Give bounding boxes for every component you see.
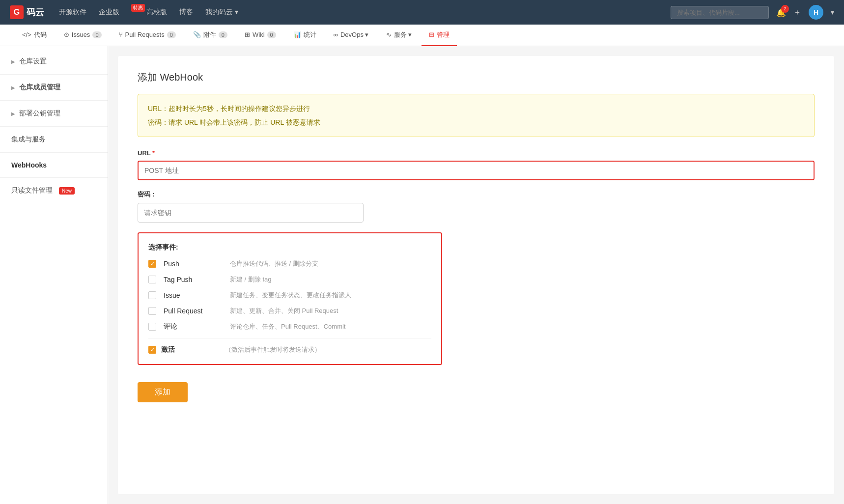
add-icon[interactable]: ＋ <box>793 7 801 18</box>
event-row-tagpush: Tag Push 新建 / 删除 tag <box>148 275 431 284</box>
sidebar-label-repo-settings: 仓库设置 <box>19 57 47 66</box>
arrow-icon-3: ▶ <box>11 111 15 116</box>
sub-nav: </> 代码 ⊙ Issues 0 ⑂ Pull Requests 0 📎 附件… <box>0 25 844 46</box>
push-checkbox[interactable] <box>148 260 156 268</box>
tab-issues[interactable]: ⊙ Issues 0 <box>56 25 109 46</box>
activate-row: 激活 （激活后事件触发时将发送请求） <box>148 338 431 354</box>
password-input[interactable] <box>138 203 364 223</box>
sidebar-item-webhooks[interactable]: WebHooks <box>0 155 108 175</box>
page-title: 添加 WebHook <box>138 71 815 84</box>
url-input[interactable] <box>138 161 815 180</box>
issue-event-desc: 新建任务、变更任务状态、更改任务指派人 <box>230 291 351 300</box>
tab-devops[interactable]: ∞ DevOps ▾ <box>326 25 376 46</box>
tab-wiki[interactable]: ⊞ Wiki 0 <box>237 25 283 46</box>
tab-issues-label: Issues <box>72 31 90 38</box>
url-label: URL * <box>138 149 815 157</box>
tagpush-event-name: Tag Push <box>164 276 223 283</box>
manage-icon: ⊟ <box>429 31 434 38</box>
user-avatar[interactable]: H <box>809 5 823 20</box>
nav-link-university[interactable]: 高校版 <box>146 8 167 17</box>
nav-link-mycloud[interactable]: 我的码云 ▾ <box>205 8 238 17</box>
logo[interactable]: G 码云 <box>10 5 44 19</box>
nav-link-opensource[interactable]: 开源软件 <box>59 8 86 17</box>
tab-attach-label: 附件 <box>203 30 216 39</box>
tab-wiki-label: Wiki <box>253 31 265 38</box>
pr-icon: ⑂ <box>119 31 123 38</box>
sidebar-item-readonly[interactable]: 只读文件管理 New <box>0 180 108 201</box>
activate-label: 激活 <box>161 345 220 354</box>
password-form-group: 密码： <box>138 190 815 223</box>
tab-services-label: 服务 ▾ <box>394 30 412 39</box>
issues-icon: ⊙ <box>64 31 69 38</box>
tab-attachments[interactable]: 📎 附件 0 <box>186 25 235 46</box>
activate-checkbox[interactable] <box>148 346 156 354</box>
code-icon: </> <box>22 31 31 38</box>
sidebar-label-webhooks: WebHooks <box>11 161 47 169</box>
tagpush-checkbox[interactable] <box>148 276 156 283</box>
sidebar-item-members[interactable]: ▶ 仓库成员管理 <box>0 77 108 98</box>
logo-text: 码云 <box>27 6 44 18</box>
pr-checkbox[interactable] <box>148 307 156 315</box>
events-title: 选择事件: <box>148 243 431 252</box>
sidebar-new-badge: New <box>59 187 75 195</box>
nav-link-enterprise[interactable]: 企业版 特惠 <box>99 8 134 17</box>
nav-right: 🔔 2 ＋ H ▾ <box>671 5 834 20</box>
sidebar-item-repo-settings[interactable]: ▶ 仓库设置 <box>0 51 108 72</box>
sidebar-divider-3 <box>0 126 108 127</box>
sidebar-divider-4 <box>0 152 108 153</box>
event-row-comment: 评论 评论仓库、任务、Pull Request、Commit <box>148 322 431 331</box>
submit-button[interactable]: 添加 <box>138 382 188 402</box>
sidebar-label-integration: 集成与服务 <box>11 135 46 144</box>
tab-code[interactable]: </> 代码 <box>15 25 54 46</box>
notif-count: 2 <box>781 5 789 13</box>
tab-pullrequests[interactable]: ⑂ Pull Requests 0 <box>112 25 183 46</box>
sidebar-divider-5 <box>0 177 108 178</box>
comment-checkbox[interactable] <box>148 323 156 331</box>
issue-checkbox[interactable] <box>148 291 156 299</box>
event-row-push: Push 仓库推送代码、推送 / 删除分支 <box>148 259 431 268</box>
sidebar-divider-1 <box>0 74 108 75</box>
pr-event-desc: 新建、更新、合并、关闭 Pull Request <box>230 307 338 315</box>
tagpush-event-desc: 新建 / 删除 tag <box>230 275 272 284</box>
devops-icon: ∞ <box>334 31 338 38</box>
password-label: 密码： <box>138 190 815 199</box>
issues-count: 0 <box>92 31 101 38</box>
event-row-issue: Issue 新建任务、变更任务状态、更改任务指派人 <box>148 291 431 300</box>
tab-services[interactable]: ∿ 服务 ▾ <box>379 25 420 46</box>
push-event-desc: 仓库推送代码、推送 / 删除分支 <box>230 259 318 268</box>
activate-note: （激活后事件触发时将发送请求） <box>225 345 321 354</box>
arrow-icon: ▶ <box>11 59 15 64</box>
user-dropdown-arrow[interactable]: ▾ <box>831 8 834 16</box>
content-area: 添加 WebHook URL：超时时长为5秒，长时间的操作建议您异步进行 密码：… <box>118 56 834 494</box>
issue-event-name: Issue <box>164 291 223 299</box>
comment-event-name: 评论 <box>164 322 223 331</box>
logo-icon: G <box>10 5 24 19</box>
nav-link-blog[interactable]: 博客 <box>179 8 193 17</box>
sidebar: ▶ 仓库设置 ▶ 仓库成员管理 ▶ 部署公钥管理 集成与服务 WebHooks … <box>0 46 108 504</box>
tab-manage[interactable]: ⊟ 管理 <box>422 25 457 46</box>
sidebar-label-readonly: 只读文件管理 <box>11 186 53 195</box>
stats-icon: 📊 <box>293 31 301 38</box>
sidebar-label-deploy-keys: 部署公钥管理 <box>19 109 60 118</box>
events-box: 选择事件: Push 仓库推送代码、推送 / 删除分支 Tag Push 新建 … <box>138 232 442 365</box>
sidebar-item-deploy-keys[interactable]: ▶ 部署公钥管理 <box>0 103 108 124</box>
services-icon: ∿ <box>386 31 392 38</box>
tab-stats-label: 统计 <box>304 30 316 39</box>
pr-event-name: Pull Request <box>164 307 223 315</box>
search-input[interactable] <box>671 6 769 19</box>
top-nav: G 码云 开源软件 企业版 特惠 高校版 博客 我的码云 ▾ 🔔 2 ＋ H ▾ <box>0 0 844 25</box>
tab-manage-label: 管理 <box>437 30 450 39</box>
info-line-2: 密码：请求 URL 时会带上该密码，防止 URL 被恶意请求 <box>148 115 804 129</box>
required-mark: * <box>150 149 155 157</box>
attach-icon: 📎 <box>193 31 201 38</box>
main-layout: ▶ 仓库设置 ▶ 仓库成员管理 ▶ 部署公钥管理 集成与服务 WebHooks … <box>0 46 844 504</box>
info-line-1: URL：超时时长为5秒，长时间的操作建议您异步进行 <box>148 102 804 115</box>
wiki-icon: ⊞ <box>245 31 250 38</box>
sidebar-label-members: 仓库成员管理 <box>19 83 60 92</box>
event-row-pr: Pull Request 新建、更新、合并、关闭 Pull Request <box>148 307 431 315</box>
arrow-icon-2: ▶ <box>11 85 15 90</box>
tab-stats[interactable]: 📊 统计 <box>286 25 324 46</box>
sidebar-item-integration[interactable]: 集成与服务 <box>0 129 108 150</box>
notification-icon[interactable]: 🔔 2 <box>776 8 786 17</box>
nav-links: 开源软件 企业版 特惠 高校版 博客 我的码云 ▾ <box>59 8 656 17</box>
